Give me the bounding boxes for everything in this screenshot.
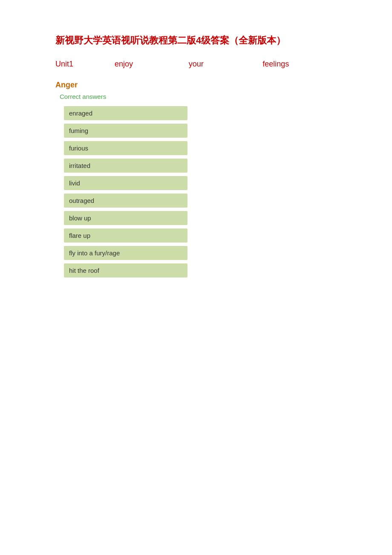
answers-list: enragedfumingfuriousirritatedlividoutrag… [64, 106, 337, 278]
answer-item: fuming [64, 124, 187, 138]
answer-item: irritated [64, 159, 187, 173]
unit-feelings: feelings [262, 60, 337, 69]
answer-item: flare up [64, 228, 187, 243]
answer-item: furious [64, 141, 187, 155]
unit-label: Unit1 [55, 60, 115, 69]
unit-enjoy: enjoy [115, 60, 189, 69]
answer-item: livid [64, 176, 187, 190]
correct-answers-label: Correct answers [60, 93, 337, 100]
unit-your: your [189, 60, 263, 69]
answer-item: enraged [64, 106, 187, 120]
answer-item: fly into a fury/rage [64, 246, 187, 260]
answer-item: blow up [64, 211, 187, 225]
section-title: Anger [55, 81, 337, 90]
anger-section: Anger Correct answers enragedfumingfurio… [55, 81, 337, 278]
page-title: 新视野大学英语视听说教程第二版4级答案（全新版本） [55, 34, 337, 47]
answer-item: hit the roof [64, 263, 187, 278]
unit-header: Unit1 enjoy your feelings [55, 60, 337, 69]
answer-item: outraged [64, 194, 187, 208]
